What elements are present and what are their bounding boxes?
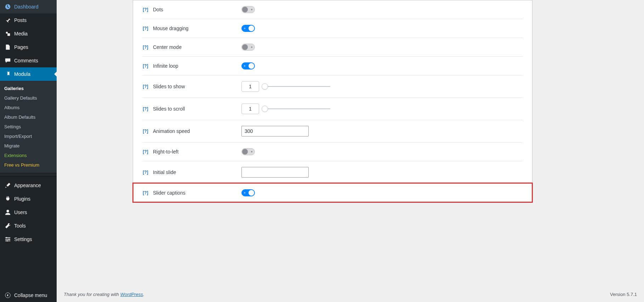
admin-footer: Thank you for creating with WordPress. V… bbox=[57, 287, 644, 302]
menu-posts[interactable]: Posts bbox=[0, 13, 57, 27]
svg-point-7 bbox=[8, 239, 10, 240]
collapse-menu-label: Collapse menu bbox=[14, 292, 47, 298]
submenu-albums[interactable]: Albums bbox=[0, 103, 57, 112]
input-animation-speed[interactable] bbox=[241, 126, 309, 136]
setting-label-rtl: Right-to-left bbox=[153, 149, 178, 155]
help-icon[interactable]: [?] bbox=[142, 106, 149, 111]
menu-posts-label: Posts bbox=[14, 17, 27, 23]
menu-comments[interactable]: Comments bbox=[0, 54, 57, 67]
menu-dashboard[interactable]: Dashboard bbox=[0, 0, 57, 13]
comment-icon bbox=[4, 57, 11, 64]
setting-row-animation-speed: [?] Animation speed bbox=[142, 120, 523, 142]
toggle-dots[interactable] bbox=[241, 6, 255, 13]
dashboard-icon bbox=[4, 3, 11, 10]
submenu-galleries[interactable]: Galleries bbox=[0, 84, 57, 93]
menu-plugins-label: Plugins bbox=[14, 196, 30, 202]
setting-label-infinite-loop: Infinite loop bbox=[153, 63, 178, 69]
menu-appearance[interactable]: Appearance bbox=[0, 179, 57, 192]
media-icon bbox=[4, 30, 11, 37]
setting-label-animation-speed: Animation speed bbox=[153, 128, 190, 134]
submenu-free-vs-premium[interactable]: Free vs Premium bbox=[0, 160, 57, 170]
menu-tools-label: Tools bbox=[14, 223, 26, 229]
menu-separator bbox=[0, 175, 57, 177]
help-icon[interactable]: [?] bbox=[142, 63, 149, 68]
input-slides-to-scroll[interactable] bbox=[241, 104, 259, 114]
input-slides-to-show[interactable] bbox=[241, 81, 259, 92]
setting-row-slides-to-show: [?] Slides to show bbox=[142, 75, 523, 97]
help-icon[interactable]: [?] bbox=[142, 149, 149, 154]
slider-slides-to-show[interactable] bbox=[265, 83, 330, 90]
admin-sidebar: Dashboard Posts Media Pages Comments Mod… bbox=[0, 0, 57, 302]
setting-row-slides-to-scroll: [?] Slides to scroll bbox=[142, 97, 523, 120]
svg-rect-1 bbox=[7, 33, 10, 36]
menu-dashboard-label: Dashboard bbox=[14, 4, 39, 10]
setting-row-mouse-dragging: [?] Mouse dragging bbox=[142, 19, 523, 38]
menu-appearance-label: Appearance bbox=[14, 183, 41, 188]
menu-pages[interactable]: Pages bbox=[0, 40, 57, 54]
menu-plugins[interactable]: Plugins bbox=[0, 192, 57, 206]
setting-row-infinite-loop: [?] Infinite loop bbox=[142, 56, 523, 75]
setting-row-slider-captions: [?] Slider captions bbox=[133, 183, 532, 202]
setting-label-initial-slide: Initial slide bbox=[153, 169, 176, 175]
setting-row-rtl: [?] Right-to-left bbox=[142, 142, 523, 161]
toggle-slider-captions[interactable] bbox=[241, 189, 255, 196]
submenu-gallery-defaults[interactable]: Gallery Defaults bbox=[0, 93, 57, 103]
setting-label-center-mode: Center mode bbox=[153, 44, 182, 50]
pin-icon bbox=[4, 17, 11, 24]
page-icon bbox=[4, 44, 11, 51]
submenu-import-export[interactable]: Import/Export bbox=[0, 132, 57, 141]
setting-row-initial-slide: [?] Initial slide bbox=[142, 161, 523, 183]
brush-icon bbox=[4, 182, 11, 189]
help-icon[interactable]: [?] bbox=[142, 190, 149, 195]
setting-row-dots: [?] Dots bbox=[142, 0, 523, 19]
submenu-extensions[interactable]: Extensions bbox=[0, 151, 57, 160]
menu-modula[interactable]: Modula bbox=[0, 67, 57, 81]
modula-icon bbox=[4, 71, 11, 78]
setting-label-slider-captions: Slider captions bbox=[153, 190, 186, 196]
help-icon[interactable]: [?] bbox=[142, 26, 149, 31]
footer-thank-you-prefix: Thank you for creating with bbox=[64, 292, 120, 297]
toggle-center-mode[interactable] bbox=[241, 44, 255, 51]
menu-users-label: Users bbox=[14, 209, 27, 215]
toggle-mouse-dragging[interactable] bbox=[241, 25, 255, 32]
help-icon[interactable]: [?] bbox=[142, 7, 149, 12]
slider-slides-to-scroll[interactable] bbox=[265, 105, 330, 112]
submenu-album-defaults[interactable]: Album Defaults bbox=[0, 112, 57, 122]
input-initial-slide[interactable] bbox=[241, 167, 309, 178]
user-icon bbox=[4, 209, 11, 216]
submenu-migrate[interactable]: Migrate bbox=[0, 141, 57, 151]
menu-tools[interactable]: Tools bbox=[0, 219, 57, 233]
content-area: [?] Dots [?] Mouse dragging bbox=[57, 0, 644, 302]
settings-panel: [?] Dots [?] Mouse dragging bbox=[133, 0, 532, 202]
menu-comments-label: Comments bbox=[14, 58, 38, 63]
collapse-menu[interactable]: Collapse menu bbox=[0, 289, 57, 302]
menu-settings-label: Settings bbox=[14, 236, 32, 242]
toggle-rtl[interactable] bbox=[241, 148, 255, 155]
toggle-infinite-loop[interactable] bbox=[241, 62, 255, 69]
menu-pages-label: Pages bbox=[14, 44, 28, 50]
setting-row-center-mode: [?] Center mode bbox=[142, 38, 523, 56]
submenu-settings[interactable]: Settings bbox=[0, 122, 57, 132]
footer-thank-you-suffix: . bbox=[143, 292, 144, 297]
footer-wordpress-link[interactable]: WordPress bbox=[120, 292, 143, 297]
help-icon[interactable]: [?] bbox=[142, 84, 149, 89]
help-icon[interactable]: [?] bbox=[142, 129, 149, 134]
wrench-icon bbox=[4, 222, 11, 229]
help-icon[interactable]: [?] bbox=[142, 170, 149, 175]
sliders-icon bbox=[4, 236, 11, 243]
footer-credit: Thank you for creating with WordPress. bbox=[64, 292, 144, 297]
submenu-modula: Galleries Gallery Defaults Albums Album … bbox=[0, 81, 57, 173]
help-icon[interactable]: [?] bbox=[142, 45, 149, 50]
svg-point-0 bbox=[6, 32, 8, 34]
menu-media[interactable]: Media bbox=[0, 27, 57, 40]
menu-settings[interactable]: Settings bbox=[0, 233, 57, 246]
setting-label-mouse-dragging: Mouse dragging bbox=[153, 26, 188, 31]
menu-users[interactable]: Users bbox=[0, 206, 57, 219]
svg-point-8 bbox=[6, 240, 8, 242]
collapse-icon bbox=[4, 292, 11, 299]
svg-point-2 bbox=[6, 210, 9, 212]
menu-modula-label: Modula bbox=[14, 71, 30, 77]
footer-version: Version 5.7.1 bbox=[610, 292, 637, 297]
menu-media-label: Media bbox=[14, 31, 28, 37]
plug-icon bbox=[4, 195, 11, 202]
